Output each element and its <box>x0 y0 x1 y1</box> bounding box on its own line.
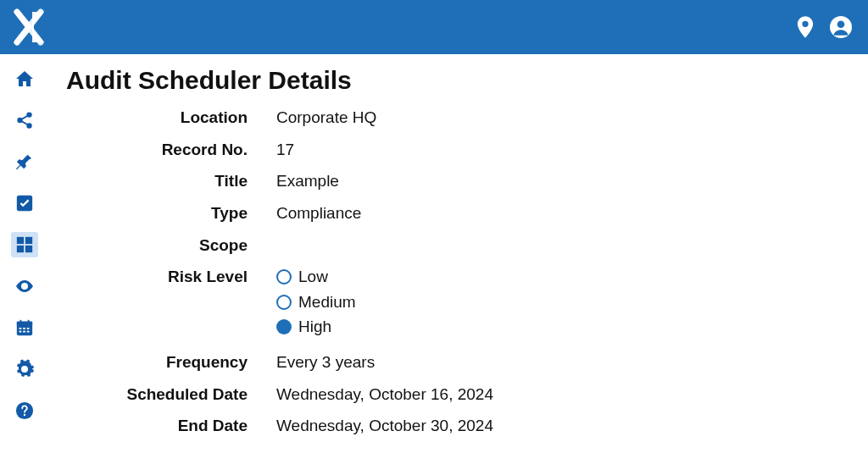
sidebar-item-calendar[interactable] <box>11 315 38 340</box>
location-pin-icon[interactable] <box>793 15 817 39</box>
sidebar-item-checkbox[interactable] <box>11 191 38 216</box>
label-record-no: Record No. <box>66 139 276 161</box>
sidebar-item-dashboard[interactable] <box>11 232 38 257</box>
svg-rect-14 <box>19 328 22 329</box>
svg-rect-9 <box>25 246 32 252</box>
sidebar-item-home[interactable] <box>11 66 38 91</box>
radio-indicator <box>276 269 292 285</box>
value-record-no: 17 <box>276 139 294 161</box>
label-type: Type <box>66 202 276 224</box>
radio-label-low: Low <box>298 266 328 288</box>
row-risk-level: Risk Level Low Medium High <box>66 266 851 338</box>
svg-rect-7 <box>25 237 32 244</box>
row-type: Type Compliance <box>66 202 851 224</box>
row-frequency: Frequency Every 3 years <box>66 351 851 373</box>
sidebar-item-visibility[interactable] <box>11 273 38 299</box>
svg-rect-8 <box>17 246 24 252</box>
svg-rect-12 <box>20 320 22 323</box>
row-end-date: End Date Wednesday, October 30, 2024 <box>66 415 851 437</box>
sidebar-item-settings[interactable] <box>11 356 38 382</box>
svg-rect-11 <box>17 322 32 326</box>
label-location: Location <box>66 107 276 129</box>
radio-option-high[interactable]: High <box>276 316 356 338</box>
radio-indicator <box>276 319 292 334</box>
label-risk-level: Risk Level <box>66 266 276 288</box>
svg-point-1 <box>837 20 845 28</box>
sidebar-item-share[interactable] <box>11 108 38 133</box>
row-record-no: Record No. 17 <box>66 139 851 161</box>
label-end-date: End Date <box>66 415 276 437</box>
value-type: Compliance <box>276 202 361 224</box>
row-scheduled-date: Scheduled Date Wednesday, October 16, 20… <box>66 384 851 406</box>
radio-label-medium: Medium <box>298 291 356 313</box>
row-scope: Scope <box>66 235 851 257</box>
radio-label-high: High <box>298 316 331 338</box>
label-title: Title <box>66 170 276 192</box>
svg-rect-16 <box>27 328 30 329</box>
svg-point-21 <box>24 414 25 416</box>
svg-rect-19 <box>27 331 30 333</box>
radio-option-medium[interactable]: Medium <box>276 291 356 313</box>
risk-level-radio-group: Low Medium High <box>276 266 356 338</box>
radio-indicator <box>276 295 292 310</box>
sidebar-item-pin[interactable] <box>11 149 38 174</box>
value-title: Example <box>276 170 339 192</box>
value-frequency: Every 3 years <box>276 351 375 373</box>
user-account-icon[interactable] <box>829 15 853 39</box>
page-title: Audit Scheduler Details <box>66 66 851 95</box>
row-title: Title Example <box>66 170 851 192</box>
svg-rect-6 <box>17 237 24 244</box>
main-content: Audit Scheduler Details Location Corpora… <box>49 54 868 453</box>
svg-rect-13 <box>28 320 30 323</box>
row-location: Location Corporate HQ <box>66 107 851 129</box>
radio-option-low[interactable]: Low <box>276 266 356 288</box>
value-location: Corporate HQ <box>276 107 376 129</box>
logo[interactable] <box>10 8 47 46</box>
value-scheduled-date: Wednesday, October 16, 2024 <box>276 384 493 406</box>
sidebar-item-help[interactable] <box>11 398 38 423</box>
header-actions <box>793 15 853 39</box>
value-end-date: Wednesday, October 30, 2024 <box>276 415 493 437</box>
app-header <box>0 0 868 54</box>
label-frequency: Frequency <box>66 351 276 373</box>
sidebar <box>0 54 49 453</box>
svg-rect-18 <box>23 331 25 333</box>
label-scheduled-date: Scheduled Date <box>66 384 276 406</box>
main-layout: Audit Scheduler Details Location Corpora… <box>0 54 868 453</box>
svg-rect-15 <box>23 328 25 329</box>
label-scope: Scope <box>66 235 276 257</box>
svg-rect-17 <box>19 331 22 333</box>
